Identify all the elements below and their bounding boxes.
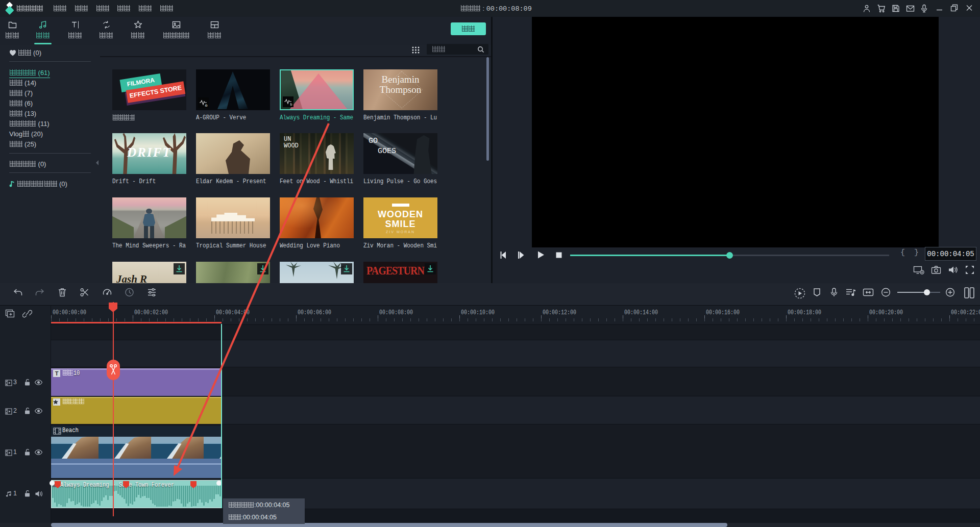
svg-text:b: b bbox=[206, 104, 208, 107]
svg-text:b: b bbox=[290, 103, 292, 106]
